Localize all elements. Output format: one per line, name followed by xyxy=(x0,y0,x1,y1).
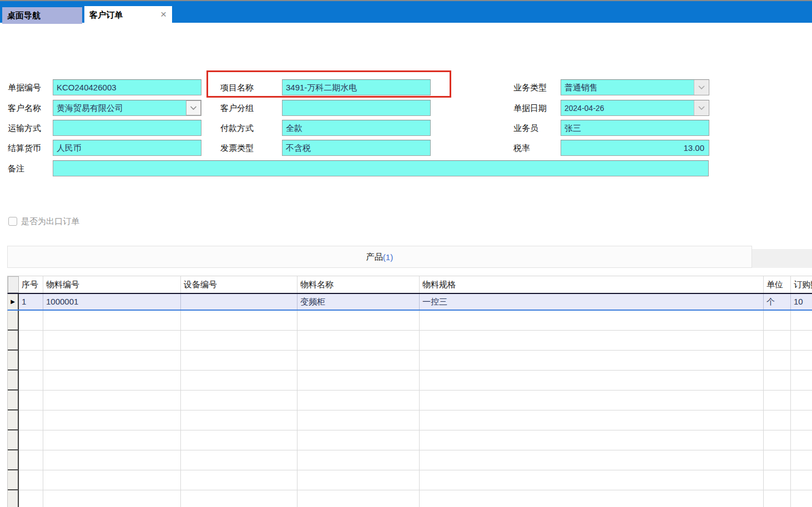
empty-cell xyxy=(791,371,812,391)
grid-empty-row[interactable] xyxy=(7,331,812,351)
chevron-down-icon xyxy=(698,85,705,90)
empty-cell xyxy=(43,430,181,450)
row-selector-gutter xyxy=(8,470,19,490)
empty-cell xyxy=(764,490,791,507)
currency-input[interactable]: 人民币 xyxy=(53,140,201,156)
remarks-input[interactable] xyxy=(53,160,709,176)
empty-cell xyxy=(791,331,812,351)
grid-empty-rows xyxy=(7,311,812,507)
grid-data-row[interactable]: ▶ 11000001变频柜一控三个10 xyxy=(7,293,812,311)
export-order-checkbox[interactable] xyxy=(8,217,17,226)
empty-cell xyxy=(297,371,420,391)
business-type-value: 普通销售 xyxy=(564,83,598,92)
empty-cell xyxy=(181,371,297,391)
tab-customer-order[interactable]: 客户订单 × xyxy=(84,6,172,24)
data-cell-1[interactable]: 1000001 xyxy=(43,294,181,310)
data-cell-4[interactable]: 一控三 xyxy=(420,294,764,310)
transport-label: 运输方式 xyxy=(8,120,41,136)
customer-name-select[interactable]: 黄海贸易有限公司 xyxy=(53,100,201,116)
salesperson-input[interactable]: 张三 xyxy=(561,120,709,136)
empty-cell xyxy=(43,490,181,507)
group-header-side-panel xyxy=(752,249,812,268)
empty-cell xyxy=(43,351,181,371)
empty-cell xyxy=(764,311,791,331)
empty-cell xyxy=(764,371,791,391)
empty-cell xyxy=(297,430,420,450)
empty-cell xyxy=(181,351,297,371)
empty-cell xyxy=(43,450,181,470)
empty-cell xyxy=(181,311,297,331)
grid-empty-row[interactable] xyxy=(7,410,812,430)
grid-empty-row[interactable] xyxy=(7,311,812,331)
row-selector-gutter xyxy=(8,450,19,470)
row-selector-gutter xyxy=(8,371,19,391)
column-header-4[interactable]: 物料规格 xyxy=(420,276,764,293)
column-header-2[interactable]: 设备编号 xyxy=(181,276,297,293)
empty-cell xyxy=(297,450,420,470)
doc-date-select[interactable]: 2024-04-26 xyxy=(561,100,709,116)
invoice-type-input[interactable]: 不含税 xyxy=(282,140,431,156)
grid-empty-row[interactable] xyxy=(7,490,812,507)
project-name-input[interactable]: 3491-万科二期水电 xyxy=(282,79,431,95)
column-header-1[interactable]: 物料编号 xyxy=(43,276,181,293)
data-cell-3[interactable]: 变频柜 xyxy=(297,294,420,310)
empty-cell xyxy=(181,470,297,490)
empty-cell xyxy=(791,470,812,490)
empty-cell xyxy=(420,410,764,430)
business-type-select[interactable]: 普通销售 xyxy=(561,79,709,95)
empty-cell xyxy=(181,331,297,351)
payment-input[interactable]: 全款 xyxy=(282,120,431,136)
empty-cell xyxy=(791,410,812,430)
transport-input[interactable] xyxy=(53,120,201,136)
customer-name-dropdown-button[interactable] xyxy=(186,100,201,115)
column-header-3[interactable]: 物料名称 xyxy=(297,276,420,293)
doc-no-input[interactable]: KCO240426003 xyxy=(53,79,201,95)
empty-cell xyxy=(19,331,43,351)
doc-no-label: 单据编号 xyxy=(8,79,41,95)
tax-rate-input[interactable]: 13.00 xyxy=(561,140,709,156)
tab-desktop-navigation[interactable]: 桌面导航 xyxy=(2,7,82,24)
empty-cell xyxy=(19,490,43,507)
row-selector-gutter xyxy=(8,490,19,507)
data-cell-0[interactable]: 1 xyxy=(19,294,43,310)
customer-name-value: 黄海贸易有限公司 xyxy=(57,103,123,113)
column-header-0[interactable]: 序号 xyxy=(19,276,43,293)
empty-cell xyxy=(297,410,420,430)
empty-cell xyxy=(420,331,764,351)
empty-cell xyxy=(420,490,764,507)
grid-empty-row[interactable] xyxy=(7,450,812,470)
grid-empty-row[interactable] xyxy=(7,430,812,450)
data-cell-5[interactable]: 个 xyxy=(764,294,791,310)
business-type-dropdown-button[interactable] xyxy=(694,80,709,95)
empty-cell xyxy=(791,311,812,331)
empty-cell xyxy=(297,351,420,371)
column-header-5[interactable]: 单位 xyxy=(764,276,791,293)
empty-cell xyxy=(420,351,764,371)
salesperson-label: 业务员 xyxy=(513,120,538,136)
invoice-type-label: 发票类型 xyxy=(220,140,254,156)
empty-cell xyxy=(19,470,43,490)
empty-cell xyxy=(297,331,420,351)
empty-cell xyxy=(764,430,791,450)
doc-date-dropdown-button[interactable] xyxy=(694,100,709,115)
row-selector-gutter: ▶ xyxy=(8,294,19,310)
grid-empty-row[interactable] xyxy=(7,391,812,410)
column-header-6[interactable]: 订购数 xyxy=(791,276,812,293)
grid-gutter-header xyxy=(8,276,19,293)
close-icon[interactable]: × xyxy=(160,8,167,21)
empty-cell xyxy=(19,311,43,331)
grid-empty-row[interactable] xyxy=(7,371,812,391)
grid-empty-row[interactable] xyxy=(7,470,812,490)
empty-cell xyxy=(764,351,791,371)
product-group-title: 产品 xyxy=(366,252,383,262)
customer-group-input[interactable] xyxy=(282,100,431,116)
data-cell-2[interactable] xyxy=(181,294,297,310)
data-cell-6[interactable]: 10 xyxy=(791,294,812,310)
empty-cell xyxy=(764,391,791,410)
tab-label: 桌面导航 xyxy=(7,11,41,21)
empty-cell xyxy=(181,490,297,507)
empty-cell xyxy=(297,490,420,507)
grid-header-row: 序号物料编号设备编号物料名称物料规格单位订购数 xyxy=(7,276,812,293)
grid-empty-row[interactable] xyxy=(7,351,812,371)
empty-cell xyxy=(764,331,791,351)
